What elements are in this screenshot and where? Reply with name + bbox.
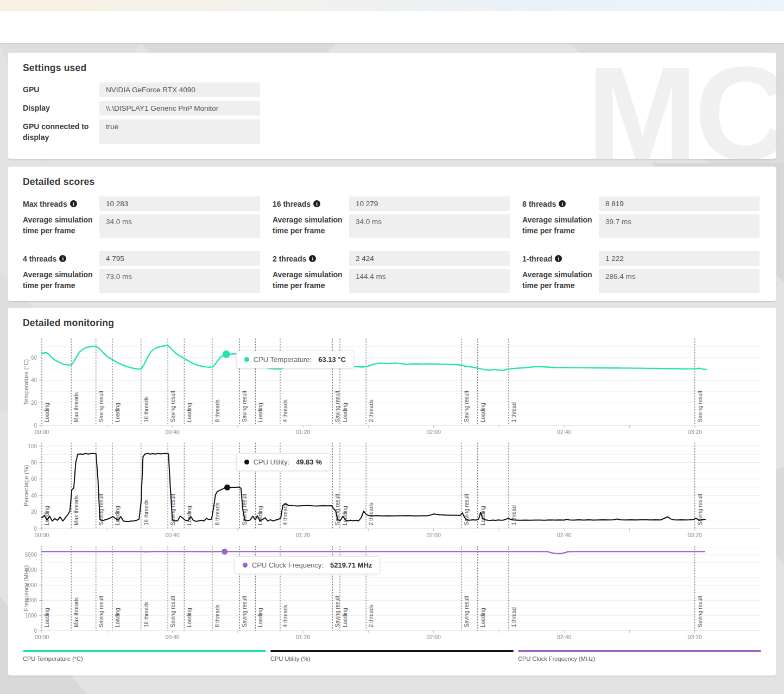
svg-text:Saving result: Saving result <box>170 596 176 627</box>
svg-text:2 threads: 2 threads <box>368 502 374 525</box>
svg-text:Loading: Loading <box>342 403 348 422</box>
svg-text:02:40: 02:40 <box>557 634 571 640</box>
svg-text:Loading: Loading <box>257 608 263 627</box>
cpu-clock-frequency-chart[interactable]: 01000200030004000500000:0000:4001:2002:0… <box>23 542 761 644</box>
avg-sim-time-label: Average simulation time per frame <box>273 269 349 291</box>
score-value: 8 819 <box>599 196 760 211</box>
frequency-series-dot <box>243 563 248 568</box>
svg-text:Loading: Loading <box>342 506 348 525</box>
score-value: 4 795 <box>99 251 260 266</box>
legend-color-bar <box>518 650 761 652</box>
avg-sim-time-value: 73.0 ms <box>99 269 260 293</box>
svg-text:Loading: Loading <box>186 403 192 422</box>
score-item-16-threads: 16 threadsi 10 279 Average simulation ti… <box>273 196 510 238</box>
svg-text:16 threads: 16 threads <box>143 500 149 525</box>
cpu-utility-chart[interactable]: 02040608010000:0000:4001:2002:0002:4003:… <box>23 438 761 542</box>
svg-text:Loading: Loading <box>186 608 192 627</box>
svg-text:02:40: 02:40 <box>557 429 571 435</box>
display-value: \\.\DISPLAY1 Generic PnP Monitor <box>99 101 260 116</box>
score-value: 10 279 <box>349 196 510 211</box>
svg-text:Saving result: Saving result <box>98 391 104 422</box>
svg-text:Loading: Loading <box>44 608 50 627</box>
svg-text:40: 40 <box>31 377 37 383</box>
score-item-4-threads: 4 threadsi 4 795 Average simulation time… <box>23 251 260 293</box>
legend-item-cpu-utility[interactable]: CPU Utility (%) <box>270 650 514 662</box>
svg-text:Saving result: Saving result <box>697 596 703 627</box>
legend-label: CPU Clock Frequency (MHz) <box>518 655 761 662</box>
info-icon[interactable]: i <box>59 255 66 262</box>
tooltip-value: 49.83 % <box>296 458 322 466</box>
svg-text:2 threads: 2 threads <box>368 399 374 422</box>
avg-sim-time-value: 34.0 ms <box>99 214 260 238</box>
svg-text:0: 0 <box>34 628 37 634</box>
score-label: 1-thread <box>522 254 552 263</box>
svg-text:02:00: 02:00 <box>426 634 440 640</box>
avg-sim-time-value: 34.0 ms <box>349 214 510 238</box>
svg-text:03:20: 03:20 <box>688 634 702 640</box>
svg-text:Frequency (MHz): Frequency (MHz) <box>23 565 29 612</box>
svg-text:00:40: 00:40 <box>165 634 179 640</box>
gpu-label: GPU <box>23 82 99 95</box>
cpu-temperature-chart[interactable]: 020406000:0000:4001:2002:0002:4003:20Loa… <box>23 334 761 438</box>
svg-text:100: 100 <box>28 443 37 449</box>
cpu-clock-frequency-tooltip: CPU Clock Frequency: 5219.71 MHz <box>235 556 381 574</box>
setting-row-gpu-connected: GPU connected to display true <box>23 119 761 144</box>
svg-text:8 threads: 8 threads <box>214 399 220 422</box>
avg-sim-time-value: 286.4 ms <box>599 269 760 293</box>
svg-text:00:40: 00:40 <box>165 532 179 538</box>
score-item-8-threads: 8 threadsi 8 819 Average simulation time… <box>522 196 760 238</box>
svg-text:1 thread: 1 thread <box>511 607 517 627</box>
avg-sim-time-label: Average simulation time per frame <box>522 214 599 237</box>
info-icon[interactable]: i <box>559 200 566 207</box>
info-icon[interactable]: i <box>555 255 562 262</box>
score-item-2-threads: 2 threadsi 2 424 Average simulation time… <box>273 251 510 293</box>
svg-text:Loading: Loading <box>257 403 263 422</box>
svg-text:00:00: 00:00 <box>35 429 49 435</box>
avg-sim-time-value: 144.4 ms <box>349 269 510 293</box>
detailed-monitoring-title: Detailed monitoring <box>23 317 761 329</box>
avg-sim-time-label: Average simulation time per frame <box>522 269 599 291</box>
temperature-series-dot <box>244 357 249 362</box>
cpu-temperature-tooltip: CPU Temperature: 63.13 °C <box>236 351 354 368</box>
svg-text:Saving result: Saving result <box>697 391 703 422</box>
svg-text:Loading: Loading <box>480 403 486 422</box>
svg-text:03:20: 03:20 <box>688 532 702 538</box>
svg-text:03:20: 03:20 <box>688 429 702 435</box>
legend-item-cpu-temperature[interactable]: CPU Temperature (°C) <box>23 650 266 662</box>
svg-text:Percentage (%): Percentage (%) <box>23 465 29 506</box>
info-icon[interactable]: i <box>313 200 320 207</box>
score-label: Max threads <box>23 200 67 208</box>
svg-text:Saving result: Saving result <box>170 391 176 422</box>
chart-legend: CPU Temperature (°C) CPU Utility (%) CPU… <box>23 650 761 662</box>
svg-text:Saving result: Saving result <box>464 391 470 422</box>
legend-item-cpu-clock-frequency[interactable]: CPU Clock Frequency (MHz) <box>518 650 761 662</box>
svg-text:1000: 1000 <box>25 613 37 619</box>
detailed-monitoring-card: Detailed monitoring 020406000:0000:4001:… <box>8 308 776 676</box>
svg-text:Loading: Loading <box>115 608 121 627</box>
svg-text:60: 60 <box>31 476 37 482</box>
score-label: 8 threads <box>522 200 556 208</box>
svg-text:Max threads: Max threads <box>73 597 79 627</box>
svg-text:Saving result: Saving result <box>242 391 248 422</box>
tooltip-value: 63.13 °C <box>318 355 346 364</box>
gpu-connected-value: true <box>99 119 260 144</box>
score-label: 4 threads <box>23 254 56 263</box>
legend-label: CPU Temperature (°C) <box>23 655 266 662</box>
avg-sim-time-value: 39.7 ms <box>599 214 760 238</box>
info-icon[interactable]: i <box>309 255 316 262</box>
avg-sim-time-label: Average simulation time per frame <box>273 214 349 237</box>
score-label: 2 threads <box>273 254 306 263</box>
svg-text:80: 80 <box>31 460 37 466</box>
svg-text:02:00: 02:00 <box>426 532 440 538</box>
svg-text:Loading: Loading <box>480 608 486 627</box>
svg-text:Loading: Loading <box>186 506 192 525</box>
svg-text:Loading: Loading <box>115 506 121 525</box>
svg-text:20: 20 <box>31 400 37 406</box>
svg-text:40: 40 <box>31 493 37 499</box>
info-icon[interactable]: i <box>70 200 77 207</box>
display-label: Display <box>23 101 99 114</box>
tooltip-label: CPU Utility: <box>254 458 289 466</box>
svg-text:2 threads: 2 threads <box>368 604 374 627</box>
svg-text:02:00: 02:00 <box>426 429 440 435</box>
svg-text:01:20: 01:20 <box>296 429 310 435</box>
